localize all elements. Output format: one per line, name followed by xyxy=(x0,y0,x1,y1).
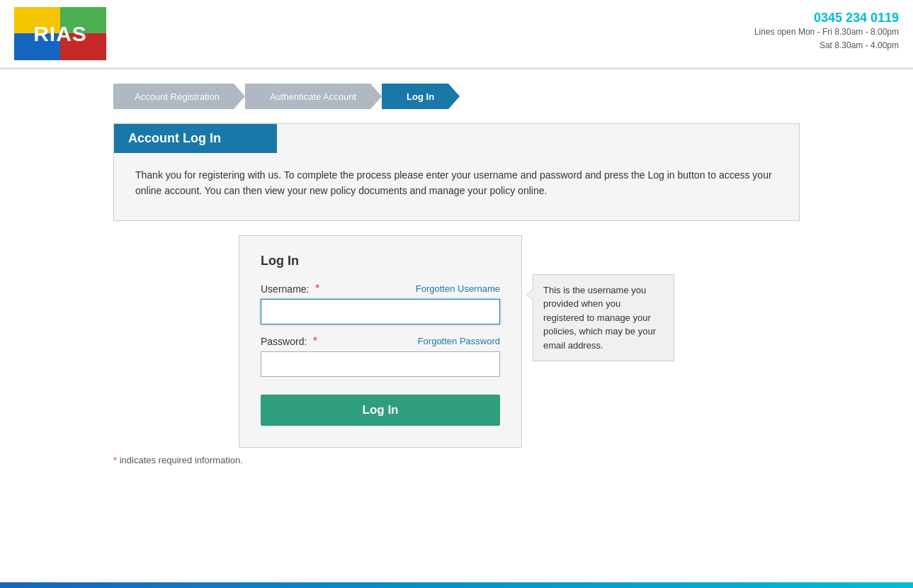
header: RIAS 0345 234 0119 Lines open Mon - Fri … xyxy=(0,0,913,69)
account-description: Thank you for registering with us. To co… xyxy=(135,167,778,199)
contact-hours-line1: Lines open Mon - Fri 8.30am - 8.00pm xyxy=(754,26,899,39)
account-title: Account Log In xyxy=(114,124,277,153)
contact-hours-line2: Sat 8.30am - 4.00pm xyxy=(754,39,899,52)
step-account-registration[interactable]: Account Registration xyxy=(113,84,234,109)
login-box: Log In Username: * Forgotten Username Pa… xyxy=(239,235,522,448)
username-tooltip: This is the username you provided when y… xyxy=(533,274,674,362)
step-label-registration: Account Registration xyxy=(135,91,220,102)
username-field-header: Username: * Forgotten Username xyxy=(261,283,500,295)
forgotten-username-link[interactable]: Forgotten Username xyxy=(416,283,500,294)
tooltip-text: This is the username you provided when y… xyxy=(543,285,656,351)
step-label-authenticate: Authenticate Account xyxy=(270,91,356,102)
account-section: Account Log In Thank you for registering… xyxy=(113,123,800,221)
step-authenticate-account[interactable]: Authenticate Account xyxy=(245,84,370,109)
required-note: * indicates required information. xyxy=(113,455,800,465)
login-title: Log In xyxy=(261,254,500,268)
password-required-star: * xyxy=(313,335,317,347)
login-button[interactable]: Log In xyxy=(261,395,500,426)
account-body: Thank you for registering with us. To co… xyxy=(114,153,799,220)
contact-phone: 0345 234 0119 xyxy=(754,11,899,26)
password-field-group: Password: * Forgotten Password xyxy=(261,335,500,377)
rias-logo: RIAS xyxy=(14,7,106,60)
contact-info: 0345 234 0119 Lines open Mon - Fri 8.30a… xyxy=(754,7,899,52)
logo-container: RIAS xyxy=(14,7,106,60)
username-label-container: Username: * xyxy=(261,283,319,295)
password-field-header: Password: * Forgotten Password xyxy=(261,335,500,348)
username-field-group: Username: * Forgotten Username xyxy=(261,283,500,324)
required-star-indicator: * xyxy=(113,455,117,465)
progress-steps: Account Registration Authenticate Accoun… xyxy=(113,84,567,109)
username-required-star: * xyxy=(315,283,319,295)
username-input[interactable] xyxy=(261,299,500,324)
password-label-container: Password: * xyxy=(261,335,317,348)
login-area: Log In Username: * Forgotten Username Pa… xyxy=(0,235,913,448)
step-log-in[interactable]: Log In xyxy=(382,84,448,109)
steps-container: Account Registration Authenticate Accoun… xyxy=(0,69,913,109)
password-label: Password: xyxy=(261,336,307,347)
username-label: Username: xyxy=(261,283,309,295)
step-label-login: Log In xyxy=(407,91,434,102)
required-note-text: indicates required information. xyxy=(120,455,243,465)
password-input[interactable] xyxy=(261,351,500,377)
forgotten-password-link[interactable]: Forgotten Password xyxy=(418,336,500,346)
logo-text: RIAS xyxy=(33,22,87,46)
footer-bar xyxy=(0,582,913,588)
